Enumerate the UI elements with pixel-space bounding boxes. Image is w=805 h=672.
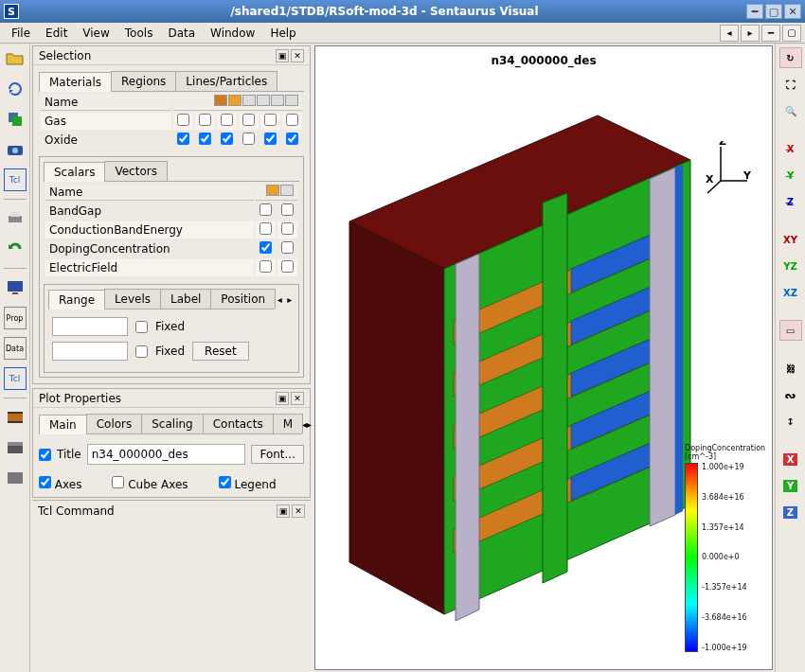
- link-icon[interactable]: ⛓: [779, 358, 802, 379]
- range-max-fixed-checkbox[interactable]: [135, 345, 148, 358]
- doping-check-1[interactable]: [281, 241, 294, 254]
- plotprops-tab-next[interactable]: ▸: [307, 419, 312, 430]
- plotprops-undock-button[interactable]: ▣: [276, 392, 289, 405]
- unlink-icon[interactable]: ᔓ: [779, 384, 802, 405]
- tcl-close-button[interactable]: ✕: [292, 504, 305, 518]
- plotprops-close-button[interactable]: ✕: [291, 392, 304, 405]
- undo-icon[interactable]: [4, 238, 27, 260]
- scalar-row-electricfield[interactable]: ElectricField: [45, 259, 297, 276]
- properties-icon[interactable]: Prop: [4, 307, 27, 329]
- bandgap-check-0[interactable]: [259, 203, 272, 216]
- material-row-gas[interactable]: Gas: [41, 113, 302, 130]
- tcl-icon[interactable]: Tcl: [4, 168, 27, 191]
- camera-icon[interactable]: [4, 138, 27, 161]
- cube-axes-checkbox[interactable]: [112, 476, 124, 488]
- menu-edit[interactable]: Edit: [38, 25, 75, 42]
- rotate-icon[interactable]: ↻: [779, 47, 802, 68]
- ef-check-1[interactable]: [281, 260, 294, 273]
- tab-materials[interactable]: Materials: [39, 72, 112, 92]
- tab-scalars[interactable]: Scalars: [44, 162, 105, 182]
- range-min-input[interactable]: [52, 317, 128, 336]
- menu-tools[interactable]: Tools: [117, 25, 161, 42]
- gas-check-1[interactable]: [199, 114, 211, 126]
- film-icon[interactable]: [4, 406, 27, 429]
- overlay-icon[interactable]: [4, 108, 27, 131]
- oxide-check-2[interactable]: [221, 133, 233, 145]
- yz-plane-icon[interactable]: YZ: [779, 256, 802, 276]
- tab-lines-particles[interactable]: Lines/Particles: [175, 71, 277, 91]
- clapper-icon[interactable]: [4, 436, 27, 459]
- menu-view[interactable]: View: [75, 25, 116, 42]
- monitor-icon[interactable]: [4, 276, 27, 299]
- 3d-viewer[interactable]: n34_000000_des Z Y X: [314, 45, 773, 670]
- menu-window[interactable]: Window: [203, 25, 262, 42]
- minimize-button[interactable]: ━: [746, 4, 763, 19]
- refresh-icon[interactable]: [4, 78, 27, 100]
- range-reset-button[interactable]: Reset: [192, 342, 249, 361]
- box-select-icon[interactable]: ▭: [779, 320, 802, 341]
- cbe-check-1[interactable]: [281, 222, 294, 235]
- tab-contacts[interactable]: Contacts: [203, 414, 274, 433]
- oxide-check-1[interactable]: [199, 133, 211, 145]
- tab-levels[interactable]: Levels: [104, 289, 161, 309]
- range-min-fixed-checkbox[interactable]: [135, 321, 148, 333]
- gas-check-2[interactable]: [221, 114, 233, 126]
- data-panel-icon[interactable]: Data: [4, 337, 27, 360]
- legend-checkbox[interactable]: [219, 476, 231, 488]
- open-folder-icon[interactable]: [4, 47, 27, 70]
- tab-scaling[interactable]: Scaling: [141, 414, 203, 433]
- scalar-row-conductionbandenergy[interactable]: ConductionBandEnergy: [45, 221, 297, 239]
- title-checkbox[interactable]: [39, 449, 51, 461]
- slice-x-icon[interactable]: X: [779, 449, 802, 469]
- fit-icon[interactable]: ⛶: [779, 74, 802, 95]
- tab-more[interactable]: M: [273, 414, 303, 433]
- nav-next-button[interactable]: ▸: [741, 25, 760, 42]
- oxide-check-0[interactable]: [177, 133, 189, 145]
- doping-check-0[interactable]: [259, 241, 272, 254]
- tab-main[interactable]: Main: [39, 415, 87, 434]
- cbe-check-0[interactable]: [259, 222, 272, 235]
- sync-icon[interactable]: ↕: [779, 411, 802, 432]
- materials-header-name[interactable]: Name: [41, 94, 171, 111]
- menu-help[interactable]: Help: [262, 25, 303, 42]
- range-max-input[interactable]: [52, 342, 128, 361]
- oxide-check-5[interactable]: [286, 133, 298, 145]
- bandgap-check-1[interactable]: [281, 203, 294, 216]
- oxide-check-4[interactable]: [264, 133, 277, 145]
- nav-prev-button[interactable]: ◂: [720, 25, 739, 42]
- ef-check-0[interactable]: [259, 260, 272, 273]
- nav-restore-button[interactable]: ▢: [782, 25, 801, 42]
- nav-minimize-button[interactable]: ━: [761, 25, 780, 42]
- tcl-undock-button[interactable]: ▣: [277, 504, 290, 518]
- tcl-panel-icon[interactable]: Tcl: [4, 367, 27, 390]
- maximize-button[interactable]: ▢: [765, 4, 782, 19]
- legend-option[interactable]: Legend: [219, 476, 277, 491]
- menu-file[interactable]: File: [4, 25, 38, 42]
- tab-range[interactable]: Range: [48, 290, 105, 309]
- cube-axes-option[interactable]: Cube Axes: [112, 476, 188, 491]
- tab-position[interactable]: Position: [210, 289, 276, 309]
- y-axis-icon[interactable]: Y̶: [779, 165, 802, 186]
- title-input[interactable]: [87, 444, 246, 465]
- tab-colors[interactable]: Colors: [86, 414, 143, 433]
- oxide-check-3[interactable]: [242, 133, 255, 145]
- menu-data[interactable]: Data: [160, 25, 203, 42]
- z-axis-icon[interactable]: Z̶: [779, 191, 802, 212]
- gas-check-0[interactable]: [177, 114, 189, 126]
- selection-close-button[interactable]: ✕: [291, 49, 304, 62]
- scalar-row-bandgap[interactable]: BandGap: [45, 203, 297, 220]
- slice-y-icon[interactable]: Y: [779, 475, 802, 496]
- xy-plane-icon[interactable]: XY: [779, 229, 802, 250]
- close-button[interactable]: ✕: [784, 4, 801, 19]
- material-row-oxide[interactable]: Oxide: [41, 132, 302, 149]
- tab-label[interactable]: Label: [160, 289, 211, 309]
- selection-undock-button[interactable]: ▣: [276, 49, 289, 62]
- range-tab-next[interactable]: ▸: [285, 294, 295, 305]
- slice-z-icon[interactable]: Z: [779, 502, 802, 522]
- x-axis-icon[interactable]: X̶: [779, 138, 802, 159]
- axes-option[interactable]: Axes: [39, 476, 81, 491]
- scalars-header-name[interactable]: Name: [45, 184, 254, 201]
- print-icon[interactable]: [4, 207, 27, 230]
- gas-check-5[interactable]: [286, 114, 298, 126]
- zoom-icon[interactable]: 🔍: [779, 100, 802, 121]
